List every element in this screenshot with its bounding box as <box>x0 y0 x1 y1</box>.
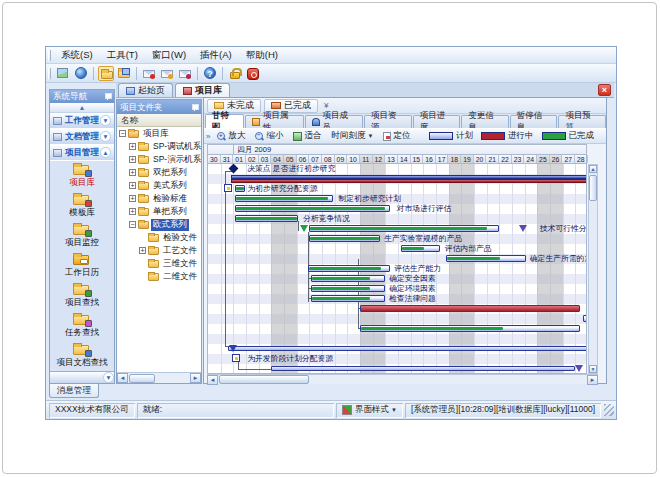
mail-clock-icon[interactable] <box>177 66 193 81</box>
expand-icon[interactable]: + <box>129 195 136 202</box>
gantt-body[interactable]: 决策点 是否进行初步研究为初步研究分配资源制定初步研究计划对市场进行评估分析竞争… <box>207 164 587 374</box>
folder-window-icon[interactable] <box>116 66 132 81</box>
tree-horizontal-scrollbar[interactable]: ◄ ► <box>117 372 201 383</box>
gantt-vertical-scrollbar[interactable]: ▲ ▼ <box>588 164 598 374</box>
tree-node-二维文件[interactable]: 二维文件 <box>117 270 201 283</box>
pin-icon[interactable] <box>104 93 111 100</box>
tree-node-单把系列[interactable]: +单把系列 <box>117 205 201 218</box>
sidebar-item-工作日历[interactable]: 工作日历 <box>50 251 114 281</box>
scrollbar-thumb[interactable] <box>129 374 155 383</box>
expand-icon[interactable]: + <box>139 247 146 254</box>
tree-node-双把系列[interactable]: +双把系列 <box>117 166 201 179</box>
view-tab-暂停信息[interactable]: 暂停信息 <box>510 115 558 128</box>
task-bar-为初步研究分配资源[interactable] <box>235 185 245 192</box>
view-tab-项目属性[interactable]: 项目属性 <box>245 115 303 128</box>
task-bar-确定环境因素[interactable] <box>311 285 386 292</box>
sidebar-item-项目文档查找[interactable]: 项目文档查找 <box>50 341 114 371</box>
gantt-button-时间刻度[interactable]: 时间刻度▼ <box>327 130 377 143</box>
sidebar-item-项目监控[interactable]: 项目监控 <box>50 221 114 251</box>
scroll-down-icon[interactable]: ▼ <box>589 365 597 373</box>
tree-node-SP-演示机系[interactable]: +SP-演示机系 <box>117 153 201 166</box>
finish-arrow-icon[interactable] <box>300 225 308 232</box>
tree-node-检验标准[interactable]: +检验标准 <box>117 192 201 205</box>
task-bar-技术可行性分析[interactable] <box>309 225 499 232</box>
sidebar-scroll-up-button[interactable]: ▲ <box>50 103 114 113</box>
tree-column-header[interactable]: 名称 <box>117 114 201 127</box>
help-icon[interactable]: ? <box>202 66 218 81</box>
task-bar-制定初步研究计划[interactable] <box>235 195 334 202</box>
message-management-tab[interactable]: 消息管理 <box>49 384 99 398</box>
menu-帮助(H)[interactable]: 帮助(H) <box>239 48 285 63</box>
milestone-triangle[interactable] <box>519 225 527 232</box>
resize-grip[interactable] <box>604 404 614 416</box>
pin-icon[interactable] <box>191 104 198 111</box>
view-tab-项目进度[interactable]: 项目进度 <box>413 115 461 128</box>
task-bar[interactable] <box>360 305 580 312</box>
task-bar-评估内部产品[interactable] <box>401 245 440 252</box>
view-tab-项目资源[interactable]: 项目资源 <box>364 115 412 128</box>
view-tab-变更信息[interactable]: 变更信息 <box>461 115 509 128</box>
scroll-left-icon[interactable]: ◄ <box>207 375 218 385</box>
sidebar-item-项目库[interactable]: 项目库 <box>50 161 114 191</box>
task-bar-评估生产能力[interactable] <box>308 265 390 272</box>
tree-node-三维文件[interactable]: 三维文件 <box>117 257 201 270</box>
gantt-horizontal-scrollbar[interactable]: ◄ ► <box>207 374 598 384</box>
sidebar-item-任务查找[interactable]: 任务查找 <box>50 311 114 341</box>
tree-node-检验文件[interactable]: 检验文件 <box>117 231 201 244</box>
menu-窗口(W)[interactable]: 窗口(W) <box>145 48 193 63</box>
menu-系统(S)[interactable]: 系统(S) <box>54 48 100 63</box>
sidebar-group-文档管理[interactable]: 文档管理▼ <box>50 129 114 145</box>
sidebar-item-项目查找[interactable]: 项目查找 <box>50 281 114 311</box>
tree-node-欧式系列[interactable]: −欧式系列 <box>117 218 201 231</box>
image-icon[interactable] <box>55 66 71 81</box>
milestone-triangle[interactable] <box>229 345 237 352</box>
close-icon[interactable]: × <box>598 84 611 96</box>
scrollbar-thumb[interactable] <box>589 175 597 201</box>
expand-icon[interactable]: + <box>129 208 136 215</box>
logout-icon[interactable] <box>245 66 261 81</box>
expand-icon[interactable]: + <box>129 182 136 189</box>
tree-node-项目库[interactable]: −项目库 <box>117 127 201 140</box>
menu-工具(T)[interactable]: 工具(T) <box>100 48 145 63</box>
sidebar-item-模板库[interactable]: 模板库 <box>50 191 114 221</box>
task-bar-确定安全因素[interactable] <box>311 275 386 282</box>
view-tab-项目成员[interactable]: 项目成员 <box>305 115 363 128</box>
expand-icon[interactable]: + <box>129 143 136 150</box>
mail-orange-icon[interactable] <box>159 66 175 81</box>
filter-overflow-icon[interactable]: ¥ <box>324 101 328 110</box>
gantt-button-定位[interactable]: 定位 <box>379 130 414 143</box>
menu-插件(A)[interactable]: 插件(A) <box>193 48 239 63</box>
scroll-left-icon[interactable]: ◄ <box>117 373 128 383</box>
sidebar-partial-group[interactable]: ▼ <box>50 371 114 383</box>
chevron-up-icon[interactable]: ▲ <box>100 147 111 158</box>
interface-style-button[interactable]: 界面样式 ▼ <box>336 403 403 418</box>
lock-icon[interactable] <box>227 66 243 81</box>
task-note-icon[interactable] <box>224 184 232 192</box>
view-tab-甘特图[interactable]: 甘特图 <box>205 114 244 128</box>
chevron-down-icon[interactable]: ▼ <box>100 115 111 126</box>
task-note-icon[interactable] <box>232 354 240 362</box>
menubar-grip-handle[interactable] <box>48 50 51 61</box>
scroll-right-icon[interactable]: ► <box>190 373 201 383</box>
task-bar-生产实验室规模的产品[interactable] <box>309 235 380 242</box>
doc-tab-项目库[interactable]: 项目库 <box>175 83 230 97</box>
task-bar-检查法律问题[interactable] <box>311 295 386 302</box>
gantt-button-适合[interactable]: 适合 <box>289 130 325 143</box>
tree-node-SP-调试机系[interactable]: +SP-调试机系 <box>117 140 201 153</box>
toolbar-grip-handle[interactable] <box>48 68 51 79</box>
scroll-right-icon[interactable]: ► <box>587 375 598 385</box>
task-bar[interactable] <box>228 346 587 351</box>
view-tab-项目预算[interactable]: 项目预算 <box>558 115 606 128</box>
expand-icon[interactable]: + <box>129 156 136 163</box>
task-bar[interactable] <box>271 366 575 371</box>
tree-node-工艺文件[interactable]: +工艺文件 <box>117 244 201 257</box>
task-bar[interactable] <box>583 315 587 322</box>
open-folder-icon[interactable] <box>98 66 114 81</box>
toolbar-overflow-icon[interactable]: » <box>204 132 212 141</box>
task-bar-确定生产所需的加工[interactable] <box>446 255 526 262</box>
expand-icon[interactable]: + <box>129 169 136 176</box>
scrollbar-thumb[interactable] <box>219 375 309 384</box>
globe-icon[interactable] <box>73 66 89 81</box>
tree-node-美式系列[interactable]: +美式系列 <box>117 179 201 192</box>
chevron-down-icon[interactable]: ▼ <box>103 372 114 383</box>
